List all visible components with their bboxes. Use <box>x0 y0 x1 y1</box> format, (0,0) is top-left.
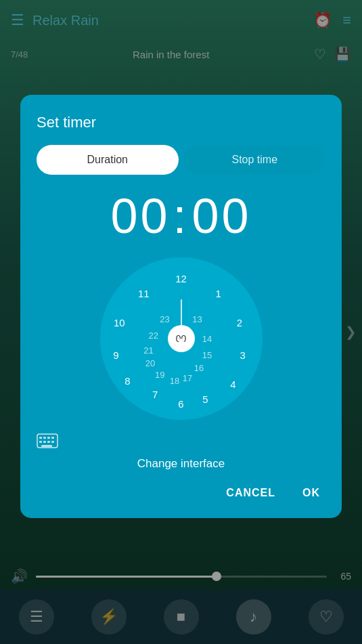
clock-num-7[interactable]: 7 <box>152 388 158 400</box>
tab-duration[interactable]: Duration <box>37 145 179 175</box>
dialog-title: Set timer <box>37 114 325 131</box>
clock-num-22[interactable]: 22 <box>148 330 158 341</box>
clock-num-1[interactable]: 1 <box>216 287 221 299</box>
clock-num-3[interactable]: 3 <box>240 349 246 361</box>
svg-rect-5 <box>39 441 42 443</box>
action-row: CANCEL OK <box>37 484 325 502</box>
time-minutes: 00 <box>192 189 252 243</box>
svg-rect-8 <box>51 441 54 443</box>
keyboard-icon[interactable] <box>37 433 58 452</box>
clock-container: 00 12 1 2 3 4 5 6 7 8 9 10 11 23 13 14 1… <box>37 257 325 420</box>
clock-num-23[interactable]: 23 <box>160 314 169 324</box>
svg-rect-1 <box>39 437 42 439</box>
svg-rect-7 <box>47 441 50 443</box>
clock-face[interactable]: 00 12 1 2 3 4 5 6 7 8 9 10 11 23 13 14 1… <box>100 257 263 420</box>
clock-num-20[interactable]: 20 <box>145 358 155 368</box>
svg-rect-4 <box>51 437 54 439</box>
cancel-button[interactable]: CANCEL <box>221 484 281 502</box>
clock-num-11[interactable]: 11 <box>138 287 150 299</box>
svg-rect-9 <box>41 445 52 447</box>
change-interface-label[interactable]: Change interface <box>37 457 325 471</box>
ok-button[interactable]: OK <box>297 484 325 502</box>
time-display: 00:00 <box>37 188 325 244</box>
clock-num-21[interactable]: 21 <box>143 345 153 355</box>
keyboard-row <box>37 433 325 452</box>
clock-num-19[interactable]: 19 <box>155 369 164 379</box>
time-colon: : <box>173 188 189 244</box>
clock-num-10[interactable]: 10 <box>114 317 125 328</box>
svg-rect-3 <box>47 437 50 439</box>
clock-num-2[interactable]: 2 <box>237 317 242 328</box>
tab-row: Duration Stop time <box>37 145 325 175</box>
clock-num-8[interactable]: 8 <box>125 375 130 387</box>
clock-num-18[interactable]: 18 <box>170 376 179 386</box>
clock-num-9[interactable]: 9 <box>113 349 118 361</box>
svg-rect-2 <box>43 437 46 439</box>
clock-hand-dot <box>179 339 184 344</box>
clock-num-15[interactable]: 15 <box>202 350 212 360</box>
clock-num-6[interactable]: 6 <box>178 398 183 410</box>
tab-stoptime[interactable]: Stop time <box>184 145 326 175</box>
clock-num-5[interactable]: 5 <box>202 393 208 404</box>
clock-num-17[interactable]: 17 <box>183 372 192 383</box>
time-hours: 00 <box>110 189 170 243</box>
svg-rect-6 <box>43 441 46 443</box>
clock-num-16[interactable]: 16 <box>194 363 204 373</box>
clock-num-12[interactable]: 12 <box>175 273 187 284</box>
clock-num-14[interactable]: 14 <box>202 334 212 344</box>
clock-num-13[interactable]: 13 <box>192 314 202 324</box>
clock-num-4[interactable]: 4 <box>230 379 235 390</box>
set-timer-dialog: Set timer Duration Stop time 00:00 00 12… <box>20 95 342 518</box>
